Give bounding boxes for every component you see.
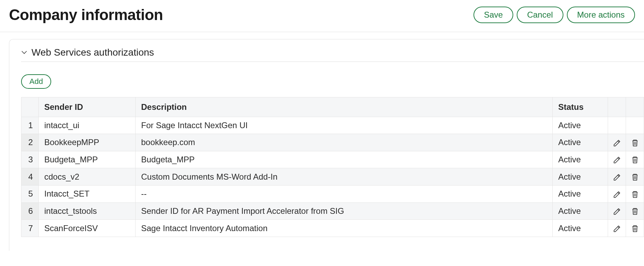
- pencil-icon: [613, 190, 622, 199]
- cell-description[interactable]: Custom Documents MS-Word Add-In: [136, 168, 553, 186]
- page-title: Company information: [9, 6, 163, 23]
- table-row[interactable]: 7ScanForceISVSage Intacct Inventory Auto…: [21, 220, 644, 237]
- cell-status[interactable]: Active: [553, 185, 608, 202]
- cell-description[interactable]: bookkeep.com: [136, 134, 553, 151]
- edit-button[interactable]: [608, 185, 626, 202]
- cell-sender-id[interactable]: cdocs_v2: [39, 168, 136, 186]
- section-toggle[interactable]: Web Services authorizations: [21, 47, 644, 62]
- table-row[interactable]: 2BookkeepMPPbookkeep.comActive: [21, 134, 644, 151]
- cell-sender-id[interactable]: ScanForceISV: [39, 220, 136, 237]
- cell-status[interactable]: Active: [553, 202, 608, 220]
- cell-sender-id[interactable]: intacct_tstools: [39, 202, 136, 220]
- edit-button[interactable]: [608, 168, 626, 186]
- col-description[interactable]: Description: [136, 97, 553, 117]
- cell-sender-id[interactable]: Intacct_SET: [39, 185, 136, 202]
- delete-button[interactable]: [626, 185, 644, 202]
- col-status[interactable]: Status: [553, 97, 608, 117]
- cell-description[interactable]: Sage Intacct Inventory Automation: [136, 220, 553, 237]
- pencil-icon: [613, 224, 622, 233]
- col-edit: [608, 97, 626, 117]
- authorizations-table: Sender ID Description Status 1intacct_ui…: [21, 97, 644, 237]
- cell-sender-id[interactable]: BookkeepMPP: [39, 134, 136, 151]
- cell-description[interactable]: Budgeta_MPP: [136, 151, 553, 168]
- row-number: 5: [21, 185, 39, 202]
- delete-button[interactable]: [626, 134, 644, 151]
- edit-button[interactable]: [608, 134, 626, 151]
- row-number: 2: [21, 134, 39, 151]
- table-row[interactable]: 5Intacct_SET--Active: [21, 185, 644, 202]
- cell-status[interactable]: Active: [553, 151, 608, 168]
- trash-icon: [631, 190, 640, 199]
- table-row[interactable]: 3Budgeta_MPPBudgeta_MPPActive: [21, 151, 644, 168]
- cell-status[interactable]: Active: [553, 117, 608, 134]
- cell-sender-id[interactable]: intacct_ui: [39, 117, 136, 134]
- row-number: 3: [21, 151, 39, 168]
- trash-icon: [631, 207, 640, 216]
- more-actions-button[interactable]: More actions: [567, 7, 635, 23]
- pencil-icon: [613, 207, 622, 216]
- pencil-icon: [613, 155, 622, 164]
- delete-button[interactable]: [626, 220, 644, 237]
- cell-status[interactable]: Active: [553, 168, 608, 186]
- header-actions: Save Cancel More actions: [473, 7, 635, 23]
- col-sender-id[interactable]: Sender ID: [39, 97, 136, 117]
- cell-status[interactable]: Active: [553, 134, 608, 151]
- chevron-down-icon: [21, 49, 27, 56]
- table-row[interactable]: 4cdocs_v2Custom Documents MS-Word Add-In…: [21, 168, 644, 186]
- pencil-icon: [613, 173, 622, 182]
- section-title: Web Services authorizations: [31, 47, 154, 58]
- edit-button[interactable]: [608, 151, 626, 168]
- pencil-icon: [613, 139, 622, 148]
- col-delete: [626, 97, 644, 117]
- cell-description[interactable]: Sender ID for AR Payment Import Accelera…: [136, 202, 553, 220]
- delete-button: [626, 117, 644, 134]
- edit-button[interactable]: [608, 202, 626, 220]
- edit-button: [608, 117, 626, 134]
- save-button[interactable]: Save: [473, 7, 513, 23]
- trash-icon: [631, 139, 640, 148]
- row-number: 7: [21, 220, 39, 237]
- trash-icon: [631, 155, 640, 164]
- trash-icon: [631, 224, 640, 233]
- trash-icon: [631, 173, 640, 182]
- table-row[interactable]: 6intacct_tstoolsSender ID for AR Payment…: [21, 202, 644, 220]
- edit-button[interactable]: [608, 220, 626, 237]
- row-number: 1: [21, 117, 39, 134]
- cell-description[interactable]: For Sage Intacct NextGen UI: [136, 117, 553, 134]
- col-rownum: [21, 97, 39, 117]
- row-number: 4: [21, 168, 39, 186]
- delete-button[interactable]: [626, 168, 644, 186]
- delete-button[interactable]: [626, 151, 644, 168]
- table-row[interactable]: 1intacct_uiFor Sage Intacct NextGen UIAc…: [21, 117, 644, 134]
- add-button[interactable]: Add: [21, 74, 51, 89]
- delete-button[interactable]: [626, 202, 644, 220]
- cell-sender-id[interactable]: Budgeta_MPP: [39, 151, 136, 168]
- cancel-button[interactable]: Cancel: [517, 7, 563, 23]
- cell-status[interactable]: Active: [553, 220, 608, 237]
- row-number: 6: [21, 202, 39, 220]
- cell-description[interactable]: --: [136, 185, 553, 202]
